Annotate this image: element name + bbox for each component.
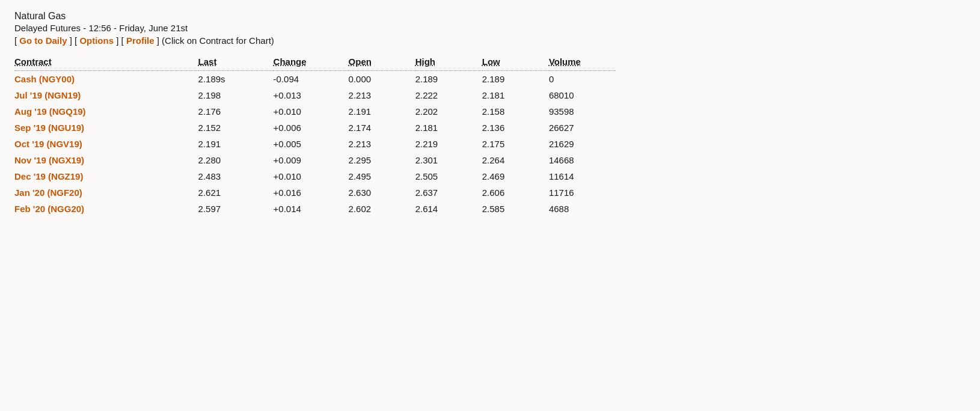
bracket-suffix: ] (Click on Contract for Chart) [155, 35, 274, 46]
cell-high: 2.202 [415, 103, 482, 120]
header-subtitle: Delayed Futures - 12:56 - Friday, June 2… [14, 23, 966, 33]
table-row: Dec '19 (NGZ19)2.483+0.0102.4952.5052.46… [14, 168, 616, 184]
profile-link[interactable]: Profile [126, 35, 155, 46]
table-header-row: Contract Last Change Open High Low Volum… [14, 54, 616, 71]
cell-low: 2.585 [482, 201, 549, 217]
cell-contract[interactable]: Nov '19 (NGX19) [14, 152, 198, 168]
cell-contract[interactable]: Jul '19 (NGN19) [14, 87, 198, 103]
cell-high: 2.189 [415, 71, 482, 88]
cell-open: 2.213 [349, 87, 415, 103]
cell-change: +0.005 [274, 136, 349, 152]
cell-last: 2.280 [198, 152, 274, 168]
cell-open: 2.295 [349, 152, 415, 168]
cell-open: 2.191 [349, 103, 415, 120]
table-row: Sep '19 (NGU19)2.152+0.0062.1742.1812.13… [14, 120, 616, 136]
cell-change: +0.010 [274, 168, 349, 184]
cell-contract[interactable]: Oct '19 (NGV19) [14, 136, 198, 152]
bracket-close-2: ] [ [114, 35, 126, 46]
col-header-contract: Contract [14, 54, 198, 71]
cell-high: 2.219 [415, 136, 482, 152]
cell-volume: 11614 [549, 168, 616, 184]
cell-volume: 0 [549, 71, 616, 88]
cell-last: 2.189s [198, 71, 274, 88]
cell-last: 2.152 [198, 120, 274, 136]
cell-change: +0.014 [274, 201, 349, 217]
cell-last: 2.597 [198, 201, 274, 217]
cell-high: 2.505 [415, 168, 482, 184]
cell-contract[interactable]: Sep '19 (NGU19) [14, 120, 198, 136]
cell-contract[interactable]: Cash (NGY00) [14, 71, 198, 88]
table-row: Jan '20 (NGF20)2.621+0.0162.6302.6372.60… [14, 184, 616, 201]
table-row: Jul '19 (NGN19)2.198+0.0132.2132.2222.18… [14, 87, 616, 103]
cell-low: 2.189 [482, 71, 549, 88]
cell-low: 2.264 [482, 152, 549, 168]
cell-low: 2.158 [482, 103, 549, 120]
col-header-low: Low [482, 54, 549, 71]
cell-volume: 14668 [549, 152, 616, 168]
cell-high: 2.222 [415, 87, 482, 103]
col-header-high: High [415, 54, 482, 71]
cell-contract[interactable]: Dec '19 (NGZ19) [14, 168, 198, 184]
cell-volume: 4688 [549, 201, 616, 217]
cell-change: +0.010 [274, 103, 349, 120]
cell-contract[interactable]: Jan '20 (NGF20) [14, 184, 198, 201]
cell-low: 2.181 [482, 87, 549, 103]
cell-change: +0.009 [274, 152, 349, 168]
header-title: Natural Gas [14, 11, 966, 22]
go-to-daily-link[interactable]: Go to Daily [19, 35, 67, 46]
table-row: Cash (NGY00)2.189s-0.0940.0002.1892.1890 [14, 71, 616, 88]
cell-open: 2.630 [349, 184, 415, 201]
cell-change: +0.016 [274, 184, 349, 201]
cell-change: -0.094 [274, 71, 349, 88]
cell-open: 2.495 [349, 168, 415, 184]
cell-low: 2.469 [482, 168, 549, 184]
table-row: Aug '19 (NGQ19)2.176+0.0102.1912.2022.15… [14, 103, 616, 120]
col-header-last: Last [198, 54, 274, 71]
cell-low: 2.136 [482, 120, 549, 136]
cell-volume: 93598 [549, 103, 616, 120]
cell-volume: 21629 [549, 136, 616, 152]
cell-low: 2.606 [482, 184, 549, 201]
cell-high: 2.301 [415, 152, 482, 168]
cell-last: 2.483 [198, 168, 274, 184]
col-header-open: Open [349, 54, 415, 71]
cell-high: 2.181 [415, 120, 482, 136]
cell-open: 2.174 [349, 120, 415, 136]
col-header-change: Change [274, 54, 349, 71]
cell-change: +0.013 [274, 87, 349, 103]
futures-table: Contract Last Change Open High Low Volum… [14, 54, 616, 217]
cell-low: 2.175 [482, 136, 549, 152]
cell-open: 0.000 [349, 71, 415, 88]
cell-last: 2.191 [198, 136, 274, 152]
cell-open: 2.213 [349, 136, 415, 152]
cell-contract[interactable]: Feb '20 (NGG20) [14, 201, 198, 217]
cell-high: 2.637 [415, 184, 482, 201]
cell-open: 2.602 [349, 201, 415, 217]
page-wrapper: Natural Gas Delayed Futures - 12:56 - Fr… [14, 11, 966, 217]
table-row: Feb '20 (NGG20)2.597+0.0142.6022.6142.58… [14, 201, 616, 217]
header-links: [ Go to Daily ] [ Options ] [ Profile ] … [14, 35, 966, 46]
table-row: Oct '19 (NGV19)2.191+0.0052.2132.2192.17… [14, 136, 616, 152]
col-header-volume: Volume [549, 54, 616, 71]
cell-last: 2.621 [198, 184, 274, 201]
cell-last: 2.176 [198, 103, 274, 120]
cell-volume: 26627 [549, 120, 616, 136]
cell-change: +0.006 [274, 120, 349, 136]
table-row: Nov '19 (NGX19)2.280+0.0092.2952.3012.26… [14, 152, 616, 168]
cell-volume: 11716 [549, 184, 616, 201]
options-link[interactable]: Options [79, 35, 114, 46]
cell-contract[interactable]: Aug '19 (NGQ19) [14, 103, 198, 120]
cell-last: 2.198 [198, 87, 274, 103]
bracket-close-1: ] [ [67, 35, 80, 46]
cell-high: 2.614 [415, 201, 482, 217]
cell-volume: 68010 [549, 87, 616, 103]
